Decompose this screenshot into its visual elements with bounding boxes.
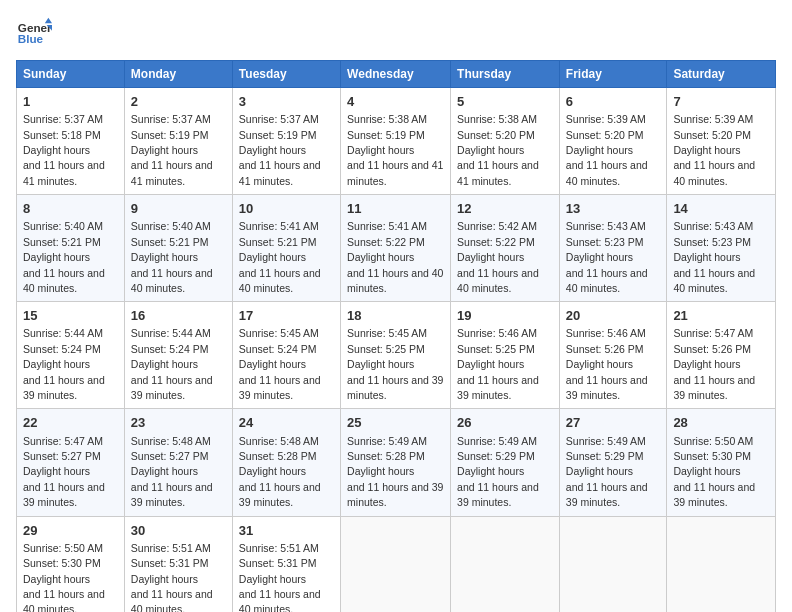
header: General Blue (16, 16, 776, 52)
calendar-week-row: 15Sunrise: 5:44 AMSunset: 5:24 PMDayligh… (17, 302, 776, 409)
day-number: 31 (239, 522, 334, 540)
day-info: Sunrise: 5:50 AMSunset: 5:30 PMDaylight … (673, 435, 755, 509)
calendar-week-row: 22Sunrise: 5:47 AMSunset: 5:27 PMDayligh… (17, 409, 776, 516)
day-number: 9 (131, 200, 226, 218)
calendar-cell: 5Sunrise: 5:38 AMSunset: 5:20 PMDaylight… (451, 88, 560, 195)
day-info: Sunrise: 5:38 AMSunset: 5:19 PMDaylight … (347, 113, 443, 187)
calendar-cell: 14Sunrise: 5:43 AMSunset: 5:23 PMDayligh… (667, 195, 776, 302)
day-info: Sunrise: 5:51 AMSunset: 5:31 PMDaylight … (239, 542, 321, 612)
day-info: Sunrise: 5:38 AMSunset: 5:20 PMDaylight … (457, 113, 539, 187)
day-number: 18 (347, 307, 444, 325)
calendar-cell: 29Sunrise: 5:50 AMSunset: 5:30 PMDayligh… (17, 516, 125, 612)
calendar-cell: 16Sunrise: 5:44 AMSunset: 5:24 PMDayligh… (124, 302, 232, 409)
day-info: Sunrise: 5:42 AMSunset: 5:22 PMDaylight … (457, 220, 539, 294)
day-number: 12 (457, 200, 553, 218)
day-number: 24 (239, 414, 334, 432)
calendar-cell: 10Sunrise: 5:41 AMSunset: 5:21 PMDayligh… (232, 195, 340, 302)
calendar-cell (667, 516, 776, 612)
day-info: Sunrise: 5:43 AMSunset: 5:23 PMDaylight … (673, 220, 755, 294)
day-info: Sunrise: 5:47 AMSunset: 5:27 PMDaylight … (23, 435, 105, 509)
weekday-header-sunday: Sunday (17, 61, 125, 88)
calendar-cell: 20Sunrise: 5:46 AMSunset: 5:26 PMDayligh… (559, 302, 667, 409)
day-info: Sunrise: 5:40 AMSunset: 5:21 PMDaylight … (23, 220, 105, 294)
day-number: 13 (566, 200, 661, 218)
day-info: Sunrise: 5:49 AMSunset: 5:29 PMDaylight … (566, 435, 648, 509)
logo: General Blue (16, 16, 52, 52)
logo-icon: General Blue (16, 16, 52, 52)
calendar-cell: 3Sunrise: 5:37 AMSunset: 5:19 PMDaylight… (232, 88, 340, 195)
day-number: 27 (566, 414, 661, 432)
day-number: 30 (131, 522, 226, 540)
day-number: 22 (23, 414, 118, 432)
calendar-cell: 4Sunrise: 5:38 AMSunset: 5:19 PMDaylight… (341, 88, 451, 195)
calendar-cell: 28Sunrise: 5:50 AMSunset: 5:30 PMDayligh… (667, 409, 776, 516)
day-number: 29 (23, 522, 118, 540)
calendar-cell: 18Sunrise: 5:45 AMSunset: 5:25 PMDayligh… (341, 302, 451, 409)
calendar-cell: 15Sunrise: 5:44 AMSunset: 5:24 PMDayligh… (17, 302, 125, 409)
weekday-header-saturday: Saturday (667, 61, 776, 88)
day-info: Sunrise: 5:40 AMSunset: 5:21 PMDaylight … (131, 220, 213, 294)
calendar-cell: 1Sunrise: 5:37 AMSunset: 5:18 PMDaylight… (17, 88, 125, 195)
day-info: Sunrise: 5:48 AMSunset: 5:27 PMDaylight … (131, 435, 213, 509)
day-number: 21 (673, 307, 769, 325)
day-info: Sunrise: 5:44 AMSunset: 5:24 PMDaylight … (23, 327, 105, 401)
day-info: Sunrise: 5:41 AMSunset: 5:22 PMDaylight … (347, 220, 443, 294)
calendar-cell: 21Sunrise: 5:47 AMSunset: 5:26 PMDayligh… (667, 302, 776, 409)
day-number: 17 (239, 307, 334, 325)
calendar-cell: 19Sunrise: 5:46 AMSunset: 5:25 PMDayligh… (451, 302, 560, 409)
calendar-cell: 13Sunrise: 5:43 AMSunset: 5:23 PMDayligh… (559, 195, 667, 302)
calendar-cell: 22Sunrise: 5:47 AMSunset: 5:27 PMDayligh… (17, 409, 125, 516)
weekday-header-wednesday: Wednesday (341, 61, 451, 88)
weekday-header-monday: Monday (124, 61, 232, 88)
day-number: 16 (131, 307, 226, 325)
day-number: 4 (347, 93, 444, 111)
day-number: 10 (239, 200, 334, 218)
calendar-week-row: 8Sunrise: 5:40 AMSunset: 5:21 PMDaylight… (17, 195, 776, 302)
calendar-cell (341, 516, 451, 612)
day-info: Sunrise: 5:41 AMSunset: 5:21 PMDaylight … (239, 220, 321, 294)
day-number: 23 (131, 414, 226, 432)
day-info: Sunrise: 5:50 AMSunset: 5:30 PMDaylight … (23, 542, 105, 612)
day-number: 26 (457, 414, 553, 432)
day-number: 3 (239, 93, 334, 111)
day-number: 2 (131, 93, 226, 111)
calendar-table: SundayMondayTuesdayWednesdayThursdayFrid… (16, 60, 776, 612)
calendar-cell: 6Sunrise: 5:39 AMSunset: 5:20 PMDaylight… (559, 88, 667, 195)
day-info: Sunrise: 5:49 AMSunset: 5:29 PMDaylight … (457, 435, 539, 509)
calendar-cell: 17Sunrise: 5:45 AMSunset: 5:24 PMDayligh… (232, 302, 340, 409)
day-info: Sunrise: 5:44 AMSunset: 5:24 PMDaylight … (131, 327, 213, 401)
day-number: 11 (347, 200, 444, 218)
weekday-header-thursday: Thursday (451, 61, 560, 88)
day-number: 19 (457, 307, 553, 325)
calendar-cell: 31Sunrise: 5:51 AMSunset: 5:31 PMDayligh… (232, 516, 340, 612)
weekday-header-friday: Friday (559, 61, 667, 88)
calendar-cell: 12Sunrise: 5:42 AMSunset: 5:22 PMDayligh… (451, 195, 560, 302)
day-info: Sunrise: 5:48 AMSunset: 5:28 PMDaylight … (239, 435, 321, 509)
day-info: Sunrise: 5:46 AMSunset: 5:25 PMDaylight … (457, 327, 539, 401)
day-number: 7 (673, 93, 769, 111)
day-info: Sunrise: 5:47 AMSunset: 5:26 PMDaylight … (673, 327, 755, 401)
calendar-week-row: 1Sunrise: 5:37 AMSunset: 5:18 PMDaylight… (17, 88, 776, 195)
calendar-cell: 26Sunrise: 5:49 AMSunset: 5:29 PMDayligh… (451, 409, 560, 516)
calendar-cell: 30Sunrise: 5:51 AMSunset: 5:31 PMDayligh… (124, 516, 232, 612)
day-info: Sunrise: 5:46 AMSunset: 5:26 PMDaylight … (566, 327, 648, 401)
calendar-cell: 2Sunrise: 5:37 AMSunset: 5:19 PMDaylight… (124, 88, 232, 195)
calendar-cell: 24Sunrise: 5:48 AMSunset: 5:28 PMDayligh… (232, 409, 340, 516)
day-number: 6 (566, 93, 661, 111)
day-info: Sunrise: 5:39 AMSunset: 5:20 PMDaylight … (673, 113, 755, 187)
calendar-cell: 7Sunrise: 5:39 AMSunset: 5:20 PMDaylight… (667, 88, 776, 195)
calendar-week-row: 29Sunrise: 5:50 AMSunset: 5:30 PMDayligh… (17, 516, 776, 612)
calendar-cell: 9Sunrise: 5:40 AMSunset: 5:21 PMDaylight… (124, 195, 232, 302)
page-container: General Blue SundayMondayTuesdayWednesda… (16, 16, 776, 612)
day-number: 25 (347, 414, 444, 432)
calendar-cell: 8Sunrise: 5:40 AMSunset: 5:21 PMDaylight… (17, 195, 125, 302)
day-number: 15 (23, 307, 118, 325)
day-number: 1 (23, 93, 118, 111)
calendar-cell: 23Sunrise: 5:48 AMSunset: 5:27 PMDayligh… (124, 409, 232, 516)
calendar-cell (451, 516, 560, 612)
calendar-cell (559, 516, 667, 612)
svg-text:Blue: Blue (18, 32, 44, 45)
day-info: Sunrise: 5:43 AMSunset: 5:23 PMDaylight … (566, 220, 648, 294)
day-number: 8 (23, 200, 118, 218)
calendar-cell: 25Sunrise: 5:49 AMSunset: 5:28 PMDayligh… (341, 409, 451, 516)
